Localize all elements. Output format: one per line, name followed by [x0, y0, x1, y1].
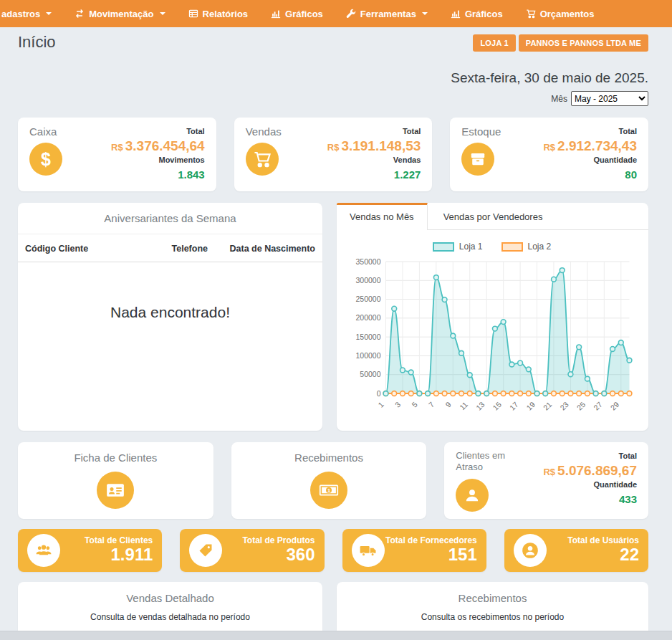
cart-icon: [526, 9, 536, 19]
bar-chart-icon: [451, 9, 461, 19]
current-date: Sexta-feira, 30 de maio de 2025.: [451, 70, 648, 86]
legend-swatch-loja2: [501, 242, 523, 252]
tile-label: Total de Produtos: [242, 535, 315, 545]
birthdays-title: Aniversariantes da Semana: [18, 203, 322, 234]
tile-value: 22: [567, 545, 639, 564]
svg-text:23: 23: [558, 400, 570, 412]
caixa-card: Caixa $ Total R$3.376.454,64 Movimentos …: [18, 118, 216, 191]
month-select[interactable]: May - 2025: [571, 91, 648, 106]
top-navbar: adastros Movimentação Relatórios Gráfico…: [0, 0, 672, 27]
panel-description: Consulta os recebimentos no período: [344, 612, 641, 622]
month-label: Mês: [551, 94, 567, 104]
page-footer-strip: [0, 631, 672, 640]
tile-value: 360: [242, 545, 315, 564]
tile-label: Total de Fornecedores: [385, 535, 477, 545]
svg-text:7: 7: [427, 400, 436, 409]
svg-text:27: 27: [592, 400, 604, 412]
bar-chart-icon: [271, 9, 281, 19]
caret-down-icon: [160, 12, 165, 15]
svg-text:3: 3: [393, 400, 403, 409]
card-title: Vendas: [246, 125, 282, 138]
nav-item-label: Relatórios: [203, 9, 249, 19]
birthdays-table-header: Código Cliente Telefone Data de Nascimen…: [18, 234, 322, 262]
svg-text:1: 1: [327, 487, 330, 494]
banknote-icon: 1: [310, 472, 347, 509]
chart-legend: Loja 1 Loja 2: [341, 242, 643, 252]
nav-item-graficos-2[interactable]: Gráficos: [451, 9, 503, 19]
total-produtos-tile[interactable]: Total de Produtos 360: [180, 529, 324, 572]
svg-text:19: 19: [524, 400, 537, 412]
store-button[interactable]: LOJA 1: [473, 34, 515, 52]
svg-text:5: 5: [410, 400, 419, 409]
company-button[interactable]: PANNOS E PANNOS LTDA ME: [519, 34, 648, 52]
nav-item-label: Gráficos: [465, 9, 503, 19]
svg-text:100000: 100000: [355, 351, 380, 360]
person-icon: [456, 479, 489, 512]
column-header: Data de Nascimento: [208, 244, 315, 254]
ficha-clientes-card[interactable]: Ficha de Clientes: [18, 442, 213, 519]
count-value: 433: [619, 492, 637, 508]
tile-label: Total de Clientes: [85, 535, 153, 545]
count-label: Movimentos: [158, 154, 204, 167]
users-icon: [27, 534, 60, 567]
svg-text:1: 1: [376, 400, 385, 409]
legend-label: Loja 1: [459, 242, 483, 252]
svg-text:150000: 150000: [355, 333, 380, 341]
nav-item-graficos-1[interactable]: Gráficos: [271, 9, 323, 19]
tile-value: 151: [385, 545, 477, 564]
panel-title: Recebimentos: [344, 592, 641, 604]
tab-vendas-no-mes[interactable]: Vendas no Mês: [337, 203, 428, 230]
total-label: Total: [403, 125, 421, 138]
tab-vendas-por-vendedores[interactable]: Vendas por Vendedores: [428, 203, 559, 230]
total-value: R$5.076.869,67: [543, 463, 637, 479]
nav-item-movimentacao[interactable]: Movimentação: [75, 9, 165, 19]
nav-item-label: Orçamentos: [540, 9, 595, 19]
total-label: Total: [619, 450, 637, 463]
caret-down-icon: [422, 12, 428, 15]
svg-text:29: 29: [608, 400, 620, 412]
sales-chart-svg[interactable]: 0500001000001500002000002500003000003500…: [341, 254, 643, 425]
estoque-card: Estoque Total R$2.912.734,43 Quantidade …: [450, 118, 648, 191]
count-label: Vendas: [393, 154, 421, 167]
tab-filler: [558, 203, 648, 230]
count-label: Quantidade: [594, 154, 638, 167]
svg-text:25: 25: [575, 400, 587, 412]
svg-text:350000: 350000: [355, 257, 380, 266]
swap-arrows-icon: [75, 9, 85, 19]
nav-item-orcamentos[interactable]: Orçamentos: [526, 9, 595, 19]
legend-label: Loja 2: [528, 242, 552, 252]
svg-text:11: 11: [458, 400, 469, 411]
box-icon: [461, 143, 494, 176]
total-clientes-tile[interactable]: Total de Clientes 1.911: [18, 529, 162, 572]
svg-text:200000: 200000: [355, 313, 380, 322]
wrench-icon: [346, 9, 356, 19]
total-label: Total: [619, 125, 637, 138]
count-value: 1.227: [394, 167, 421, 183]
svg-text:15: 15: [491, 400, 503, 412]
svg-text:300000: 300000: [355, 276, 380, 285]
svg-text:50000: 50000: [360, 370, 380, 378]
caret-down-icon: [46, 12, 52, 15]
total-fornecedores-tile[interactable]: Total de Fornecedores 151: [342, 529, 486, 572]
user-circle-icon: [514, 534, 547, 567]
svg-text:9: 9: [443, 400, 453, 409]
panel-title: Vendas Detalhado: [25, 592, 315, 604]
table-icon: [188, 9, 198, 19]
nav-item-label: Movimentação: [89, 9, 153, 19]
nav-item-ferramentas[interactable]: Ferramentas: [346, 9, 428, 19]
total-usuarios-tile[interactable]: Total de Usuários 22: [504, 529, 648, 572]
tile-label: Total de Usuários: [567, 535, 639, 545]
clientes-em-atraso-card: Clientes em Atraso Total R$5.076.869,67 …: [444, 442, 648, 519]
nav-item-relatorios[interactable]: Relatórios: [188, 9, 249, 19]
nav-item-cadastros[interactable]: adastros: [1, 9, 52, 19]
cart-icon: [246, 143, 279, 176]
count-value: 80: [625, 167, 637, 183]
nav-item-label: Gráficos: [285, 9, 323, 19]
empty-message: Nada encontrado!: [18, 304, 322, 321]
card-title: Estoque: [461, 125, 501, 138]
svg-text:0: 0: [377, 389, 381, 398]
recebimentos-card[interactable]: Recebimentos 1: [231, 442, 427, 519]
svg-text:13: 13: [474, 400, 486, 412]
count-label: Quantidade: [594, 479, 638, 492]
total-value: R$2.912.734,43: [543, 138, 637, 155]
